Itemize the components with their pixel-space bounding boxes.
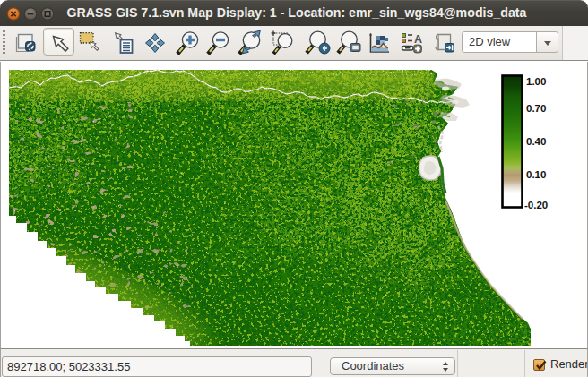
svg-text:0.70: 0.70 xyxy=(526,103,546,114)
svg-text:-0.20: -0.20 xyxy=(524,200,548,210)
svg-text:1.00: 1.00 xyxy=(526,76,546,87)
svg-text:0.10: 0.10 xyxy=(526,169,546,180)
svg-text:0.40: 0.40 xyxy=(526,136,546,147)
svg-text:A: A xyxy=(414,33,422,46)
